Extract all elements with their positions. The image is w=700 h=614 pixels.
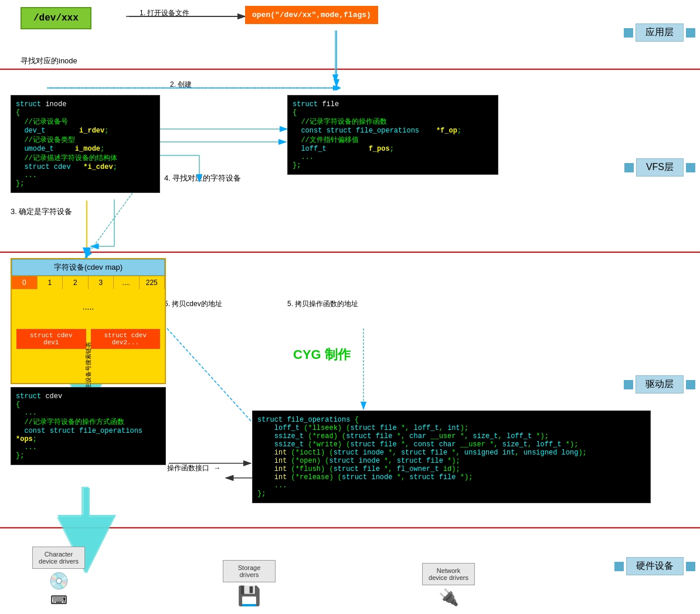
layer-application: 应用层	[624, 23, 695, 42]
dev-xxx-label: /dev/xxx	[33, 13, 79, 23]
svg-line-28	[167, 328, 252, 422]
cell-225: 225	[140, 276, 165, 289]
char-device-container: Characterdevice drivers 💿 ⌨	[32, 547, 85, 607]
storage-device-label: Storagedrivers	[238, 564, 261, 578]
vfs-layer-icon	[624, 163, 634, 172]
layer-driver: 驱动层	[624, 375, 695, 393]
cdev-map-dots: .....	[83, 302, 94, 311]
svg-marker-6	[335, 85, 341, 91]
app-layer-icon2	[686, 28, 695, 38]
storage-device-icon: 💾	[237, 585, 261, 607]
layer-vfs: VFS层	[624, 158, 695, 177]
step5-cdev-label: 5. 拷贝cdev的地址	[164, 299, 222, 309]
struct-file-block: struct file { //记录字符设备的操作函数 const struct…	[287, 95, 498, 175]
char-device-keyboard-icon: ⌨	[50, 593, 67, 607]
cdev-map-container: 字符设备(cdev map) 0 1 2 3 .... 225 ..... st…	[11, 258, 166, 384]
vfs-layer-icon2	[686, 163, 695, 172]
cdev-dev2: struct cdev dev2...	[91, 329, 161, 349]
app-layer-icon	[624, 28, 633, 38]
storage-device-box: Storagedrivers	[223, 560, 276, 582]
step3-label: 3. 确定是字符设备	[11, 206, 72, 217]
cell-dots: ....	[114, 276, 140, 289]
network-device-container: Networkdevice drivers 🔌	[422, 563, 475, 607]
network-device-label: Networkdevice drivers	[429, 567, 468, 581]
svg-line-32	[85, 182, 141, 258]
hw-layer-label: 硬件设备	[626, 557, 684, 575]
network-device-icon: 🔌	[439, 588, 459, 607]
cell-1: 1	[38, 276, 63, 289]
app-layer-label: 应用层	[636, 23, 684, 42]
cell-0: 0	[12, 276, 38, 289]
struct-file-ops-block: struct file_operations { loff_t (*llseek…	[252, 411, 651, 503]
char-device-label: Characterdevice drivers	[39, 551, 79, 565]
driver-layer-icon	[624, 380, 633, 389]
step1-label: 1. 打开设备文件	[140, 8, 189, 18]
struct-cdev-block: struct cdev { ... //记录字符设备的操作方式函数 const …	[11, 387, 166, 465]
step2-label: 2. 创建	[170, 80, 192, 90]
driver-layer-label: 驱动层	[636, 375, 684, 393]
char-device-box: Characterdevice drivers	[32, 547, 85, 569]
cell-2: 2	[63, 276, 89, 289]
struct-inode-block: struct inode { //记录设备号 dev_t i_rdev; //记…	[11, 95, 160, 193]
vfs-layer-label: VFS层	[636, 158, 684, 177]
step4-label: 4. 寻找对应的字符设备	[164, 173, 241, 184]
cdev-dev1: struct cdev dev1	[16, 329, 86, 349]
find-inode-label: 寻找对应的inode	[21, 56, 77, 66]
driver-layer-icon2	[686, 380, 695, 389]
cyg-label: CYG 制作	[293, 346, 351, 364]
step5-ops-label: 5. 拷贝操作函数的地址	[287, 299, 358, 309]
ops-interface-label: 操作函数接口 →	[167, 463, 220, 473]
layer-hardware: 硬件设备	[614, 557, 695, 575]
dev-xxx-box: /dev/xxx	[21, 7, 91, 29]
hw-layer-icon2	[686, 562, 695, 571]
open-call-box: open("/dev/xx",mode,flags)	[245, 6, 378, 24]
hw-layer-icon	[614, 562, 624, 571]
cell-3: 3	[89, 276, 114, 289]
network-device-box: Networkdevice drivers	[422, 563, 475, 585]
main-diagram: /dev/xxx open("/dev/xx",mode,flags) 1. 打…	[0, 0, 700, 614]
cdev-map-header: 字符设备(cdev map)	[12, 259, 165, 276]
cdev-map-cells: 0 1 2 3 .... 225	[12, 276, 165, 289]
open-call-label: open("/dev/xx",mode,flags)	[252, 11, 371, 19]
svg-marker-25	[333, 85, 339, 91]
storage-device-container: Storagedrivers 💾	[223, 560, 276, 607]
char-device-icon: 💿	[49, 571, 69, 591]
